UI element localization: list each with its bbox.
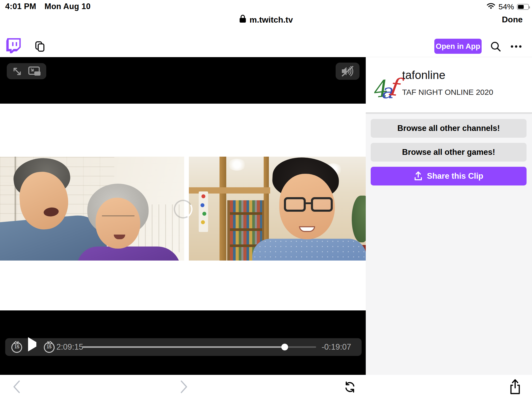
video-player: 15 15 2:09:15 -0:19:07 bbox=[0, 57, 366, 375]
sidebar: 4 a f tafonline TAF NIGHT ONLINE 2020 Br… bbox=[366, 57, 532, 375]
copy-icon[interactable] bbox=[34, 40, 46, 52]
battery-percent: 54% bbox=[498, 2, 514, 11]
open-in-app-button[interactable]: Open in App bbox=[434, 39, 482, 54]
date: Mon Aug 10 bbox=[44, 2, 91, 11]
back-chevron-icon[interactable] bbox=[12, 380, 21, 395]
clock: 4:01 PM bbox=[5, 2, 36, 11]
refresh-icon[interactable] bbox=[343, 381, 356, 395]
remaining-time: -0:19:07 bbox=[322, 338, 351, 356]
elapsed-time: 2:09:15 bbox=[56, 338, 83, 356]
video-frame-right bbox=[189, 157, 366, 261]
overflow-menu-icon[interactable] bbox=[509, 40, 524, 53]
url-text: m.twitch.tv bbox=[249, 15, 293, 25]
player-control-bar: 15 15 2:09:15 -0:19:07 bbox=[5, 338, 362, 356]
browser-toolbar bbox=[0, 375, 532, 399]
lock-icon bbox=[239, 14, 246, 25]
battery-icon bbox=[517, 4, 529, 10]
sidebar-divider bbox=[366, 112, 532, 113]
video-frame-left bbox=[0, 157, 184, 261]
skip-forward-15-button[interactable]: 15 bbox=[43, 341, 55, 353]
browse-games-button[interactable]: Browse all other games! bbox=[371, 143, 527, 162]
player-topleft-controls bbox=[7, 63, 46, 79]
twitch-logo[interactable] bbox=[6, 38, 21, 53]
wifi-icon bbox=[486, 3, 496, 11]
progress-fill bbox=[82, 346, 285, 348]
safari-bar: m.twitch.tv Done bbox=[0, 12, 532, 27]
channel-name[interactable]: tafonline bbox=[402, 69, 445, 82]
done-button[interactable]: Done bbox=[502, 15, 523, 24]
share-icon[interactable] bbox=[509, 378, 522, 396]
browse-channels-button[interactable]: Browse all other channels! bbox=[371, 119, 527, 138]
stream-title: TAF NIGHT ONLINE 2020 bbox=[402, 88, 493, 97]
letterbox-top bbox=[0, 57, 366, 104]
upload-icon bbox=[414, 171, 423, 181]
play-button[interactable] bbox=[28, 342, 37, 352]
search-icon[interactable] bbox=[489, 40, 502, 53]
share-clip-button[interactable]: Share this Clip bbox=[371, 167, 527, 185]
seek-knob[interactable] bbox=[281, 344, 288, 350]
channel-avatar[interactable]: 4 a f bbox=[372, 74, 398, 101]
play-icon bbox=[28, 337, 36, 351]
status-bar: 4:01 PM Mon Aug 10 54% bbox=[0, 0, 532, 12]
address-bar[interactable]: m.twitch.tv bbox=[239, 14, 293, 25]
seek-bar[interactable] bbox=[82, 346, 316, 348]
channel-info: 4 a f tafonline TAF NIGHT ONLINE 2020 bbox=[366, 57, 532, 112]
skip-back-15-button[interactable]: 15 bbox=[11, 341, 23, 353]
forward-chevron-icon[interactable] bbox=[179, 380, 189, 395]
twitch-header: Open in App bbox=[0, 27, 532, 57]
muted-volume-button[interactable] bbox=[336, 63, 360, 80]
